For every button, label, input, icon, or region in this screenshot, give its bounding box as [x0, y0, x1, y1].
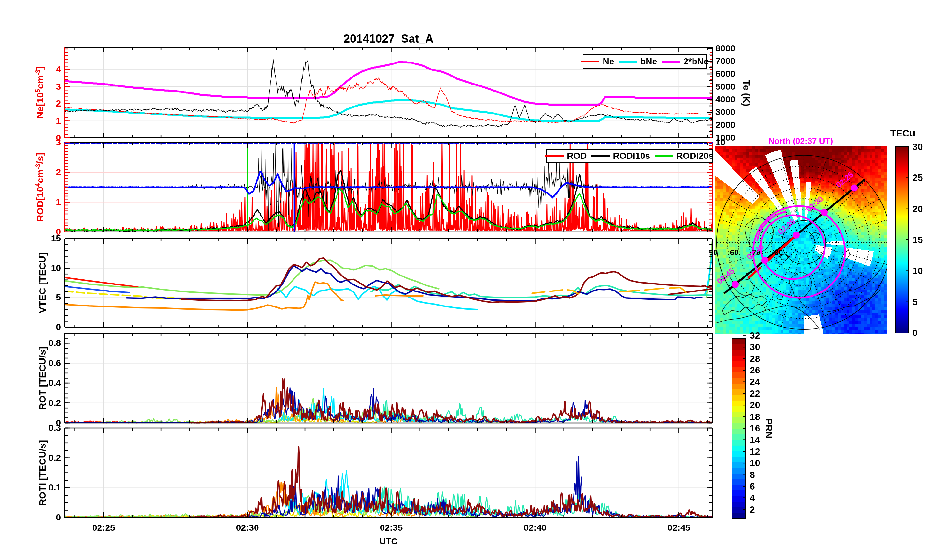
- map-lat-label: 80: [775, 248, 783, 257]
- y-axis-label-roti: ROTI [TECU/s]: [37, 440, 48, 506]
- prn-tick-label: 2: [750, 504, 755, 515]
- y2-tick-label: 5000: [716, 82, 735, 92]
- legend-label: 2*bNe: [683, 56, 708, 67]
- legend-label: RODI20s: [676, 151, 714, 161]
- legend-entry: bNe: [619, 56, 657, 67]
- legend-label: Ne: [602, 56, 614, 67]
- tecu-tick-label: 10: [912, 265, 923, 276]
- y2-tick-label: 8000: [716, 43, 735, 54]
- legend-entry: RODI20s: [655, 151, 714, 161]
- y-tick-label: 0.2: [48, 398, 61, 408]
- figure-canvas: [0, 0, 926, 560]
- prn-tick-label: 14: [750, 434, 760, 445]
- y2-axis-label: Te (K): [741, 80, 752, 106]
- x-axis-label: UTC: [379, 536, 398, 546]
- legend-label: ROD: [567, 151, 587, 161]
- y-axis-label-ne: Ne[105cm-3]: [34, 66, 45, 118]
- y-tick-label: 0: [56, 513, 61, 523]
- y2-extra-label: 10: [716, 138, 725, 148]
- y-tick-label: 0.1: [48, 483, 61, 493]
- x-tick-label: 02:30: [236, 523, 259, 533]
- prn-tick-label: 6: [750, 481, 755, 492]
- x-tick-label: 02:25: [92, 523, 115, 533]
- y-tick-label: 2: [56, 98, 61, 109]
- y-tick-label: 0: [56, 322, 61, 332]
- y-tick-label: 10: [51, 263, 61, 273]
- y-tick-label: 0.6: [48, 358, 61, 368]
- y-tick-label: 1: [56, 116, 61, 126]
- tecu-tick-label: 30: [912, 141, 923, 152]
- legend-entry: Ne: [581, 56, 614, 67]
- map-north-label: North (02:37 UT): [769, 136, 833, 146]
- y-tick-label: 0.8: [48, 338, 61, 348]
- prn-tick-label: 12: [750, 446, 760, 457]
- legend-entry: 2*bNe: [661, 56, 708, 67]
- prn-tick-label: 22: [750, 388, 760, 399]
- legend-entry: RODI10s: [591, 151, 650, 161]
- tecu-tick-label: 5: [912, 297, 918, 307]
- map-lat-label: 50: [709, 248, 718, 257]
- tecu-tick-label: 15: [912, 235, 923, 245]
- map-lat-label: 60: [730, 248, 739, 257]
- y2-tick-label: 6000: [716, 69, 735, 79]
- prn-tick-label: 30: [750, 342, 760, 353]
- y-axis-label-rod: ROD[104cm-3/s]: [34, 153, 45, 222]
- figure: 20141027 Sat_A02:2502:3002:3502:4002:45U…: [0, 0, 926, 560]
- legend-rod: RODRODI10sRODI20s: [546, 149, 713, 163]
- y-tick-label: 3: [56, 82, 61, 92]
- prn-tick-label: 28: [750, 353, 760, 364]
- legend-ne: NebNe2*bNe: [583, 54, 707, 69]
- x-tick-label: 02:40: [524, 523, 547, 533]
- y-tick-label: 2: [56, 167, 61, 177]
- prn-tick-label: 10: [750, 458, 760, 468]
- y-tick-label: 0.3: [48, 423, 61, 433]
- legend-line-swatch: [581, 61, 599, 62]
- legend-label: bNe: [640, 56, 657, 67]
- y-tick-label: 15: [51, 233, 61, 244]
- legend-label: RODI10s: [613, 151, 650, 161]
- legend-entry: ROD: [545, 151, 587, 161]
- prn-tick-label: 24: [750, 376, 760, 387]
- legend-line-swatch: [591, 155, 610, 157]
- prn-tick-label: 26: [750, 365, 760, 376]
- y2-tick-label: 2000: [716, 120, 735, 130]
- y-tick-label: 4: [56, 64, 61, 75]
- y2-tick-label: 7000: [716, 56, 735, 66]
- y-axis-label-rot: ROT [TECU/s]: [37, 346, 48, 409]
- y2-tick-label: 3000: [716, 107, 735, 117]
- x-tick-label: 02:35: [380, 523, 403, 533]
- y-tick-label: 0.2: [48, 453, 61, 463]
- tecu-title: TECu: [890, 128, 915, 139]
- tecu-tick-label: 25: [912, 172, 923, 183]
- y2-tick-label: 4000: [716, 94, 735, 104]
- plot-title: 20141027 Sat_A: [343, 32, 433, 45]
- prn-tick-label: 20: [750, 400, 760, 410]
- legend-line-swatch: [661, 61, 680, 63]
- prn-tick-label: 8: [750, 469, 755, 480]
- legend-line-swatch: [545, 155, 564, 157]
- tecu-tick-label: 0: [912, 327, 918, 338]
- y-tick-label: 0.4: [48, 378, 61, 388]
- legend-line-swatch: [619, 61, 637, 63]
- prn-tick-label: 4: [750, 492, 755, 503]
- prn-tick-label: 18: [750, 412, 760, 422]
- tecu-tick-label: 20: [912, 203, 923, 214]
- y-axis-label-vtec: VTEC [TECU]: [37, 253, 48, 313]
- x-tick-label: 02:45: [667, 523, 691, 533]
- prn-tick-label: 16: [750, 423, 760, 434]
- y-tick-label: 5: [56, 292, 61, 303]
- prn-title: PRN: [763, 418, 774, 438]
- prn-tick-label: 32: [750, 330, 760, 341]
- legend-line-swatch: [655, 155, 673, 157]
- y-tick-label: 3: [56, 138, 61, 148]
- y-tick-label: 1: [56, 197, 61, 207]
